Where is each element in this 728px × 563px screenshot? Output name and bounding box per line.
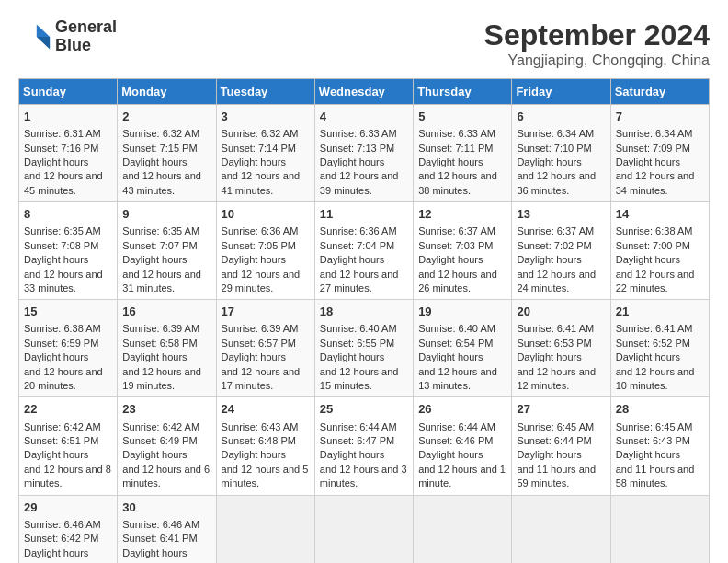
sunset-text: Sunset: 6:46 PM xyxy=(418,435,493,446)
daylight-label: Daylight hours xyxy=(320,351,384,362)
daylight-label: Daylight hours xyxy=(122,547,187,558)
day-number: 7 xyxy=(616,109,704,125)
sunset-text: Sunset: 6:53 PM xyxy=(517,338,591,349)
sunrise-text: Sunrise: 6:40 AM xyxy=(418,323,495,334)
sunset-text: Sunset: 6:44 PM xyxy=(517,435,591,446)
daylight-label: Daylight hours xyxy=(616,254,680,265)
daylight-label: Daylight hours xyxy=(222,449,286,460)
sunrise-text: Sunrise: 6:38 AM xyxy=(616,225,693,236)
daylight-label: Daylight hours xyxy=(418,351,483,362)
calendar-cell: 25 Sunrise: 6:44 AM Sunset: 6:47 PM Dayl… xyxy=(314,397,413,495)
sunset-text: Sunset: 7:13 PM xyxy=(320,143,394,154)
calendar-cell: 29 Sunrise: 6:46 AM Sunset: 6:42 PM Dayl… xyxy=(19,495,118,563)
day-number: 6 xyxy=(517,109,605,125)
sunrise-text: Sunrise: 6:44 AM xyxy=(418,421,495,432)
sunrise-text: Sunrise: 6:46 AM xyxy=(24,519,101,530)
daylight-duration: and 12 hours and 8 minutes. xyxy=(24,464,111,488)
sunset-text: Sunset: 6:59 PM xyxy=(24,338,98,349)
day-number: 14 xyxy=(616,206,704,223)
calendar-cell: 16 Sunrise: 6:39 AM Sunset: 6:58 PM Dayl… xyxy=(118,300,216,397)
daylight-label: Daylight hours xyxy=(418,156,483,167)
weekday-header-monday: Monday xyxy=(118,79,216,105)
daylight-duration: and 12 hours and 36 minutes. xyxy=(517,170,596,195)
weekday-header-thursday: Thursday xyxy=(414,79,512,105)
day-number: 21 xyxy=(616,304,704,320)
weekday-header-sunday: Sunday xyxy=(19,79,118,105)
daylight-label: Daylight hours xyxy=(320,449,384,460)
sunrise-text: Sunrise: 6:38 AM xyxy=(24,323,101,334)
daylight-label: Daylight hours xyxy=(616,449,680,460)
sunrise-text: Sunrise: 6:33 AM xyxy=(320,128,397,139)
daylight-label: Daylight hours xyxy=(517,254,581,265)
sunrise-text: Sunrise: 6:43 AM xyxy=(222,421,299,432)
sunset-text: Sunset: 7:03 PM xyxy=(418,240,493,251)
calendar-cell: 27 Sunrise: 6:45 AM Sunset: 6:44 PM Dayl… xyxy=(512,397,610,495)
calendar-cell: 5 Sunrise: 6:33 AM Sunset: 7:11 PM Dayli… xyxy=(414,105,512,202)
sunrise-text: Sunrise: 6:37 AM xyxy=(517,225,594,236)
title-block: September 2024 Yangjiaping, Chongqing, C… xyxy=(484,18,710,69)
sunset-text: Sunset: 6:49 PM xyxy=(122,435,197,446)
day-number: 18 xyxy=(320,304,408,320)
calendar-cell: 6 Sunrise: 6:34 AM Sunset: 7:10 PM Dayli… xyxy=(512,105,610,202)
calendar-cell: 17 Sunrise: 6:39 AM Sunset: 6:57 PM Dayl… xyxy=(216,300,314,397)
calendar-cell: 9 Sunrise: 6:35 AM Sunset: 7:07 PM Dayli… xyxy=(118,202,216,300)
sunrise-text: Sunrise: 6:42 AM xyxy=(122,421,199,432)
sunrise-text: Sunrise: 6:32 AM xyxy=(122,128,199,139)
day-number: 28 xyxy=(616,401,704,418)
sunset-text: Sunset: 7:00 PM xyxy=(616,240,690,251)
day-number: 11 xyxy=(320,206,408,223)
day-number: 26 xyxy=(418,401,506,418)
daylight-duration: and 12 hours and 33 minutes. xyxy=(24,269,103,293)
daylight-duration: and 11 hours and 58 minutes. xyxy=(616,464,695,488)
daylight-label: Daylight hours xyxy=(517,449,581,460)
sunset-text: Sunset: 7:10 PM xyxy=(517,143,591,154)
daylight-label: Daylight hours xyxy=(122,351,187,362)
daylight-label: Daylight hours xyxy=(24,351,88,362)
sunrise-text: Sunrise: 6:31 AM xyxy=(24,128,101,139)
sunset-text: Sunset: 7:02 PM xyxy=(517,240,591,251)
weekday-header-wednesday: Wednesday xyxy=(314,79,413,105)
calendar-cell xyxy=(610,495,709,563)
sunrise-text: Sunrise: 6:46 AM xyxy=(122,519,199,530)
sunrise-text: Sunrise: 6:37 AM xyxy=(418,225,495,236)
calendar-cell xyxy=(414,495,512,563)
daylight-duration: and 12 hours and 10 minutes. xyxy=(616,366,695,391)
calendar-cell: 14 Sunrise: 6:38 AM Sunset: 7:00 PM Dayl… xyxy=(610,202,709,300)
weekday-header-friday: Friday xyxy=(512,79,610,105)
daylight-label: Daylight hours xyxy=(24,547,88,558)
calendar-cell: 18 Sunrise: 6:40 AM Sunset: 6:55 PM Dayl… xyxy=(314,300,413,397)
sunset-text: Sunset: 7:05 PM xyxy=(222,240,296,251)
calendar-cell: 30 Sunrise: 6:46 AM Sunset: 6:41 PM Dayl… xyxy=(118,495,216,563)
sunset-text: Sunset: 6:55 PM xyxy=(320,338,394,349)
calendar-cell: 7 Sunrise: 6:34 AM Sunset: 7:09 PM Dayli… xyxy=(610,105,709,202)
day-number: 2 xyxy=(122,109,210,125)
calendar-cell: 4 Sunrise: 6:33 AM Sunset: 7:13 PM Dayli… xyxy=(314,105,413,202)
calendar-week-row: 22 Sunrise: 6:42 AM Sunset: 6:51 PM Dayl… xyxy=(19,397,710,495)
sunrise-text: Sunrise: 6:45 AM xyxy=(517,421,594,432)
day-number: 12 xyxy=(418,206,506,223)
daylight-duration: and 12 hours and 27 minutes. xyxy=(320,269,399,293)
daylight-label: Daylight hours xyxy=(418,449,483,460)
daylight-duration: and 12 hours and 34 minutes. xyxy=(616,170,695,195)
daylight-label: Daylight hours xyxy=(122,449,187,460)
daylight-label: Daylight hours xyxy=(222,254,286,265)
daylight-label: Daylight hours xyxy=(122,254,187,265)
daylight-label: Daylight hours xyxy=(222,156,286,167)
daylight-duration: and 12 hours and 6 minutes. xyxy=(122,464,210,488)
sunset-text: Sunset: 6:54 PM xyxy=(418,338,493,349)
calendar-cell: 28 Sunrise: 6:45 AM Sunset: 6:43 PM Dayl… xyxy=(610,397,709,495)
sunrise-text: Sunrise: 6:42 AM xyxy=(24,421,101,432)
location: Yangjiaping, Chongqing, China xyxy=(484,52,710,69)
sunset-text: Sunset: 6:41 PM xyxy=(122,533,197,544)
calendar-cell: 23 Sunrise: 6:42 AM Sunset: 6:49 PM Dayl… xyxy=(118,397,216,495)
daylight-duration: and 12 hours and 38 minutes. xyxy=(418,170,497,195)
daylight-duration: and 12 hours and 29 minutes. xyxy=(222,269,301,293)
sunrise-text: Sunrise: 6:36 AM xyxy=(320,225,397,236)
sunset-text: Sunset: 7:16 PM xyxy=(24,143,98,154)
day-number: 17 xyxy=(222,304,310,320)
day-number: 9 xyxy=(122,206,210,223)
weekday-header-row: SundayMondayTuesdayWednesdayThursdayFrid… xyxy=(19,79,710,105)
daylight-duration: and 12 hours and 5 minutes. xyxy=(222,464,309,488)
calendar-cell xyxy=(216,495,314,563)
sunset-text: Sunset: 7:09 PM xyxy=(616,143,690,154)
